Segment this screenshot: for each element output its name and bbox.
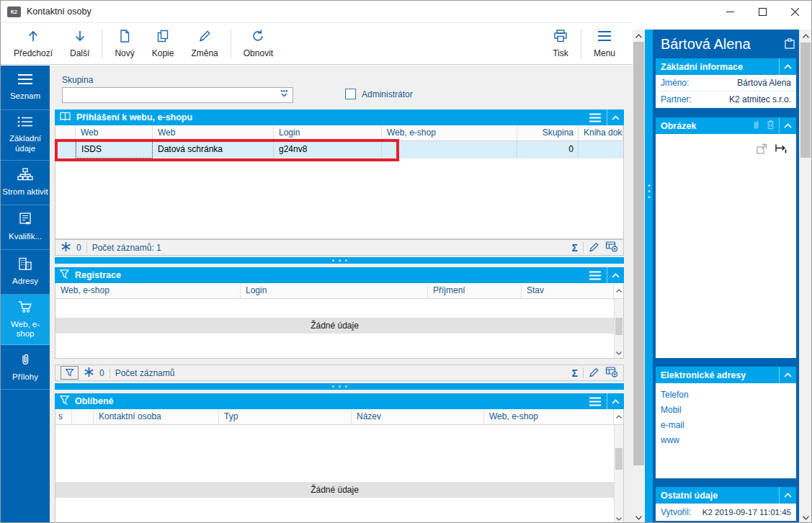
- column-header-kontaktni-osoba[interactable]: Kontaktní osoba: [94, 409, 219, 425]
- cell-webshop[interactable]: [382, 141, 517, 158]
- panel-menu-icon[interactable]: [584, 393, 607, 409]
- section-header[interactable]: Základní informace: [656, 58, 796, 75]
- fit-width-icon[interactable]: [775, 143, 788, 158]
- scroll-down-icon[interactable]: [633, 511, 645, 523]
- column-header-web1[interactable]: Web: [76, 125, 153, 141]
- edit-icon[interactable]: [589, 367, 600, 380]
- sidebar-item-strom-aktivit[interactable]: Strom aktivit: [1, 161, 50, 205]
- section-header[interactable]: Elektronické adresy: [656, 367, 796, 383]
- sidebar: Seznam Základní údaje Strom aktivit Kval…: [1, 66, 50, 523]
- scroll-down-icon[interactable]: [800, 511, 811, 523]
- collapse-chevron-icon[interactable]: [779, 367, 796, 383]
- sum-icon[interactable]: Σ: [572, 367, 578, 379]
- scroll-up-icon[interactable]: [633, 30, 645, 42]
- table-row-selected[interactable]: ISDS Datová schránka g24nv8 0: [55, 141, 623, 158]
- sidebar-item-web-eshop[interactable]: Web, e-shop: [1, 295, 50, 345]
- main-scrollbar[interactable]: [633, 30, 645, 523]
- detail-scrollbar[interactable]: [799, 30, 811, 523]
- sidebar-item-kvalifikace[interactable]: Kvalifik...: [1, 205, 50, 250]
- column-header[interactable]: [55, 125, 76, 141]
- filter-button[interactable]: [61, 366, 79, 380]
- column-header-login[interactable]: Login: [274, 125, 382, 141]
- sum-icon[interactable]: Σ: [572, 242, 578, 254]
- minimize-button[interactable]: [714, 1, 746, 22]
- add-record-icon[interactable]: [605, 241, 618, 254]
- collapse-chevron-icon[interactable]: [607, 267, 624, 283]
- records-count-label: Počet záznamů: 1: [92, 243, 161, 253]
- splitter-handle[interactable]: [55, 383, 624, 390]
- column-header-webshop[interactable]: Web, e-shop: [382, 125, 517, 141]
- sidebar-item-seznam[interactable]: Seznam: [1, 66, 50, 110]
- board-icon[interactable]: [785, 36, 795, 53]
- app-window: K2 Kontaktní osoby Předchozí Další Nový …: [0, 0, 812, 523]
- column-header-skupina[interactable]: Skupina: [517, 125, 579, 141]
- link-email[interactable]: e-mail: [656, 418, 796, 433]
- cell-web2[interactable]: Datová schránka: [153, 141, 274, 158]
- column-header-webshop[interactable]: Web, e-shop: [55, 283, 241, 299]
- scroll-down-icon[interactable]: [615, 514, 623, 523]
- change-button[interactable]: Změna: [182, 23, 226, 64]
- refresh-button[interactable]: Obnovit: [235, 23, 282, 64]
- sidebar-item-zakladni-udaje[interactable]: Základní údaje: [1, 110, 50, 161]
- link-www[interactable]: www: [656, 433, 796, 448]
- collapse-chevron-icon[interactable]: [779, 58, 796, 75]
- add-record-icon[interactable]: [605, 366, 618, 380]
- scrollbar-thumb[interactable]: [633, 42, 644, 465]
- main-content: Skupina Administrátor Přihlášení k webu,…: [50, 66, 633, 523]
- edit-icon[interactable]: [589, 241, 600, 254]
- scrollbar-thumb[interactable]: [800, 43, 811, 158]
- certificate-icon: [18, 213, 32, 228]
- maximize-button[interactable]: [746, 1, 779, 22]
- open-external-icon[interactable]: [756, 143, 768, 158]
- collapse-chevron-icon[interactable]: [779, 117, 796, 134]
- link-mobil[interactable]: Mobil: [656, 403, 796, 418]
- column-header-s[interactable]: s: [55, 409, 72, 425]
- trash-icon[interactable]: [766, 120, 775, 132]
- copy-button[interactable]: Kopie: [143, 23, 183, 64]
- collapse-chevron-icon[interactable]: [779, 487, 796, 504]
- column-header-login[interactable]: Login: [241, 283, 428, 299]
- administrator-checkbox[interactable]: [345, 89, 356, 99]
- scroll-up-icon[interactable]: [614, 283, 623, 299]
- column-header-nazev[interactable]: Název: [352, 409, 484, 425]
- section-header[interactable]: Obrázek: [656, 117, 796, 134]
- vertical-splitter-handle[interactable]: [645, 30, 653, 523]
- cell-login[interactable]: g24nv8: [274, 141, 382, 158]
- column-header-blank[interactable]: [72, 409, 94, 425]
- next-button[interactable]: Další: [61, 23, 98, 64]
- print-button[interactable]: Tisk: [544, 23, 577, 64]
- dropdown-icon[interactable]: [279, 89, 290, 102]
- sidebar-item-prilohy[interactable]: Přílohy: [1, 345, 50, 390]
- tree-icon: [17, 168, 33, 184]
- menu-button[interactable]: Menu: [585, 23, 624, 64]
- cell-kniha[interactable]: [579, 141, 622, 158]
- column-header-kniha[interactable]: Kniha dokl: [579, 125, 623, 141]
- column-header-prijmeni[interactable]: Příjmení: [428, 283, 522, 299]
- table-scrollbar[interactable]: [614, 425, 623, 523]
- panel-menu-icon[interactable]: [584, 267, 607, 283]
- attach-icon[interactable]: [751, 120, 761, 132]
- sidebar-item-adresy[interactable]: Adresy: [1, 250, 50, 295]
- link-telefon[interactable]: Telefon: [656, 388, 796, 403]
- group-combobox[interactable]: [62, 87, 293, 103]
- cell-skupina[interactable]: 0: [517, 141, 579, 158]
- collapse-chevron-icon[interactable]: [607, 109, 624, 125]
- column-header-webshop[interactable]: Web, e-shop: [484, 409, 614, 425]
- column-header-stav[interactable]: Stav: [522, 283, 614, 299]
- cell-web1[interactable]: ISDS: [76, 141, 153, 158]
- scroll-down-icon[interactable]: [615, 349, 623, 358]
- new-button[interactable]: Nový: [106, 23, 143, 64]
- star-icon: [61, 241, 71, 254]
- scroll-up-icon[interactable]: [800, 30, 811, 42]
- collapse-chevron-icon[interactable]: [607, 393, 624, 409]
- table-scrollbar[interactable]: [614, 299, 623, 358]
- column-header-typ[interactable]: Typ: [219, 409, 352, 425]
- section-header[interactable]: Ostatní údaje: [656, 487, 796, 504]
- column-header-web2[interactable]: Web: [153, 125, 274, 141]
- previous-button[interactable]: Předchozí: [5, 23, 61, 64]
- close-button[interactable]: [779, 1, 811, 22]
- panel-menu-icon[interactable]: [584, 109, 607, 125]
- scroll-up-icon[interactable]: [614, 409, 623, 425]
- login-panel-header: Přihlášení k webu, e-shopu: [55, 109, 624, 125]
- splitter-handle[interactable]: [55, 257, 624, 264]
